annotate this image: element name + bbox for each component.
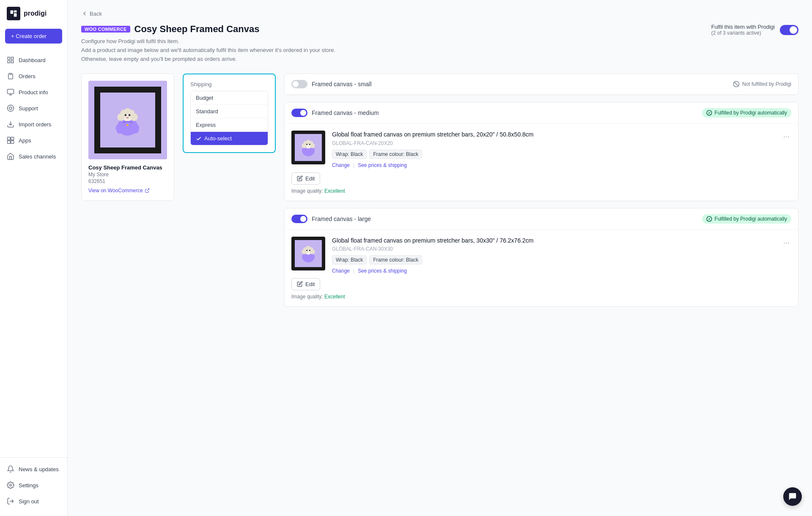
sidebar-item-label: Dashboard (19, 57, 46, 63)
sidebar-item-apps[interactable]: Apps (0, 132, 67, 148)
woo-badge: WOO COMMERCE (81, 26, 130, 33)
view-on-woocommerce-link[interactable]: View on WooCommerce (88, 188, 167, 194)
sidebar-item-sales-channels[interactable]: Sales channels (0, 148, 67, 164)
main-nav: Dashboard Orders Product info Support (0, 52, 67, 457)
back-link[interactable]: Back (81, 10, 798, 17)
sidebar-bottom: News & updates Settings Sign out (0, 457, 67, 509)
product-sku-medium: GLOBAL-FRA-CAN-20X20 (332, 140, 775, 146)
page-title-section: WOO COMMERCE Cosy Sheep Framed Canvas Co… (81, 24, 335, 63)
fulfil-toggle[interactable] (780, 25, 798, 35)
svg-point-50 (306, 249, 307, 251)
page-subtitle-2: Add a product and image below and we'll … (81, 46, 335, 55)
variant-name-medium: Framed canvas - medium (312, 109, 379, 116)
variant-header-left-large: Framed canvas - large (291, 215, 371, 223)
sidebar-item-label: Product info (19, 89, 48, 96)
product-image-frame (94, 87, 161, 153)
fulfil-sublabel: (2 of 3 variants active) (711, 30, 775, 36)
three-dots-button-medium[interactable]: ··· (782, 131, 791, 143)
sidebar-item-support[interactable]: Support (0, 100, 67, 116)
variant-header-large: Framed canvas - large Fulfilled by Prodi… (285, 208, 798, 230)
see-prices-link-medium[interactable]: See prices & shipping (358, 162, 407, 168)
variant-toggle-medium[interactable] (291, 109, 307, 117)
variants-section: Framed canvas - small Not fulfilled by P… (284, 74, 798, 306)
logo-text: prodigi (24, 10, 47, 17)
svg-point-23 (129, 114, 131, 116)
product-thumb-large (291, 237, 325, 270)
sidebar-item-product-info[interactable]: Product info (0, 84, 67, 100)
variant-header-small: Framed canvas - small Not fulfilled by P… (285, 74, 798, 95)
svg-rect-10 (8, 137, 11, 140)
variant-header-medium: Framed canvas - medium Fulfilled by Prod… (285, 102, 798, 124)
sidebar-item-label: Support (19, 105, 38, 112)
svg-rect-2 (14, 11, 17, 13)
svg-point-14 (10, 484, 12, 486)
svg-point-24 (126, 117, 129, 119)
svg-line-29 (734, 82, 738, 86)
variant-toggle-small[interactable] (291, 80, 307, 88)
fulfilled-badge-large: Fulfilled by Prodigi automatically (702, 214, 791, 224)
shipping-options-dropdown[interactable]: Budget Standard Express Auto-select (190, 91, 268, 145)
sidebar-item-orders[interactable]: Orders (0, 68, 67, 84)
shipping-option-auto-select[interactable]: Auto-select (191, 132, 268, 145)
shipping-option-standard[interactable]: Standard (191, 105, 268, 118)
logo-icon (7, 7, 20, 20)
svg-rect-5 (8, 61, 10, 63)
tag-row-medium: Wrap: Black Frame colour: Black (332, 150, 775, 159)
variant-header-left: Framed canvas - small (291, 80, 372, 88)
three-dots-button-large[interactable]: ··· (782, 237, 791, 249)
fulfilled-badge-medium: Fulfilled by Prodigi automatically (702, 108, 791, 117)
product-thumb-medium (291, 131, 325, 164)
not-fulfilled-badge: Not fulfilled by Prodigi (733, 81, 791, 87)
sidebar-item-settings[interactable]: Settings (0, 477, 67, 493)
wrap-tag-medium: Wrap: Black (332, 150, 367, 159)
change-link-medium[interactable]: Change (332, 162, 350, 168)
product-row-large: Global float framed canvas on premium st… (291, 237, 791, 274)
svg-point-9 (9, 107, 12, 109)
logo: prodigi (0, 7, 67, 29)
action-row-medium: Change | See prices & shipping (332, 162, 775, 168)
create-order-button[interactable]: + Create order (5, 29, 62, 44)
wrap-tag-large: Wrap: Black (332, 255, 367, 265)
variant-header-left-medium: Framed canvas - medium (291, 109, 379, 117)
sidebar-item-news[interactable]: News & updates (0, 461, 67, 477)
tag-row-large: Wrap: Black Frame colour: Black (332, 255, 775, 265)
variant-name-large: Framed canvas - large (312, 216, 371, 222)
product-sku-large: GLOBAL-FRA-CAN-30X30 (332, 246, 775, 252)
sidebar-item-signout[interactable]: Sign out (0, 493, 67, 509)
product-name-medium: Global float framed canvas on premium st… (332, 131, 775, 138)
product-details-large: Global float framed canvas on premium st… (332, 237, 775, 274)
svg-point-25 (127, 124, 129, 126)
sidebar-item-dashboard[interactable]: Dashboard (0, 52, 67, 68)
chat-bubble[interactable] (783, 487, 802, 506)
product-card-store: My Store (88, 172, 167, 177)
variant-body-medium: Global float framed canvas on premium st… (285, 124, 798, 200)
edit-button-medium[interactable]: Edit (291, 172, 320, 185)
variant-toggle-large[interactable] (291, 215, 307, 223)
variant-card-small: Framed canvas - small Not fulfilled by P… (284, 74, 798, 95)
frame-tag-medium: Frame colour: Black (369, 150, 422, 159)
fulfil-toggle-section: Fulfil this item with Prodigi (2 of 3 va… (711, 24, 798, 36)
sidebar-item-label: Sign out (19, 498, 39, 505)
change-link-large[interactable]: Change (332, 268, 350, 274)
svg-rect-13 (11, 141, 14, 144)
product-name-large: Global float framed canvas on premium st… (332, 237, 775, 244)
sidebar-item-import-orders[interactable]: Import orders (0, 116, 67, 132)
product-image (88, 81, 167, 159)
svg-rect-7 (8, 89, 14, 94)
svg-point-40 (309, 144, 310, 145)
sidebar-item-label: Import orders (19, 121, 51, 128)
sidebar-item-label: Settings (19, 482, 38, 489)
product-thumb-sheep-large (298, 241, 319, 266)
sidebar-item-label: News & updates (19, 466, 59, 472)
edit-button-large[interactable]: Edit (291, 278, 320, 290)
variant-body-large: Global float framed canvas on premium st… (285, 230, 798, 306)
sidebar-item-label: Orders (19, 73, 36, 79)
see-prices-link-large[interactable]: See prices & shipping (358, 268, 407, 274)
product-row-medium: Global float framed canvas on premium st… (291, 131, 791, 168)
page-subtitle-3: Otherwise, leave empty and you'll be pro… (81, 55, 335, 64)
image-quality-medium: Image quality: Excellent (291, 188, 791, 194)
shipping-option-budget[interactable]: Budget (191, 91, 268, 105)
shipping-option-express[interactable]: Express (191, 118, 268, 132)
product-card: Cosy Sheep Framed Canvas My Store 632651… (81, 74, 174, 201)
svg-point-22 (125, 114, 127, 116)
